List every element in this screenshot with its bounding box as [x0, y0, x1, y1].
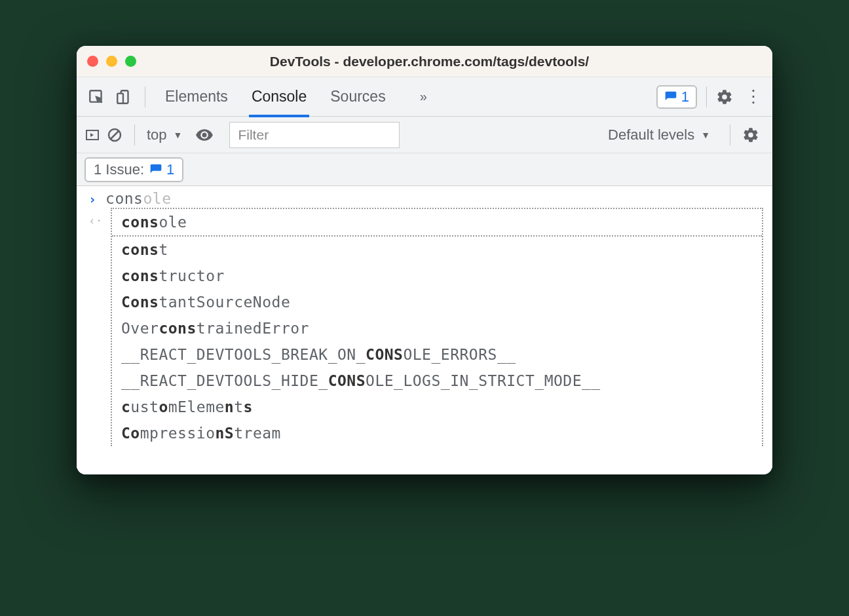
- tab-sources[interactable]: Sources: [328, 77, 388, 116]
- autocomplete-item[interactable]: ConstantSourceNode: [112, 289, 762, 315]
- prompt-icon: ›: [88, 191, 96, 207]
- issue-label: 1 Issue:: [94, 161, 144, 178]
- autocomplete-item[interactable]: CompressionStream: [112, 420, 762, 446]
- issue-pill[interactable]: 1 Issue: 1: [85, 157, 183, 182]
- autocomplete-item[interactable]: console: [112, 209, 762, 237]
- toggle-sidebar-icon[interactable]: [85, 127, 100, 143]
- autocomplete-item[interactable]: const: [112, 237, 762, 263]
- settings-icon[interactable]: [716, 88, 738, 106]
- issues-badge[interactable]: 1: [656, 85, 697, 109]
- context-selector[interactable]: top ▼: [147, 126, 182, 144]
- issues-row: 1 Issue: 1: [77, 153, 772, 186]
- panel-tabs: Elements Console Sources »: [162, 77, 427, 116]
- svg-rect-2: [117, 93, 123, 103]
- context-label: top: [147, 126, 167, 144]
- autocomplete-item[interactable]: __REACT_DEVTOOLS_HIDE_CONSOLE_LOGS_IN_ST…: [112, 368, 762, 394]
- main-toolbar: Elements Console Sources » 1 ⋮: [77, 77, 772, 117]
- console-toolbar: top ▼ Default levels ▼: [77, 117, 772, 153]
- console-input-text: console: [105, 190, 171, 207]
- autocomplete-item[interactable]: constructor: [112, 263, 762, 289]
- svg-line-5: [111, 131, 119, 139]
- issue-count: 1: [149, 161, 174, 178]
- live-expression-icon[interactable]: [195, 126, 214, 144]
- titlebar: DevTools - developer.chrome.com/tags/dev…: [77, 46, 772, 77]
- divider: [145, 87, 145, 107]
- tab-console[interactable]: Console: [249, 77, 309, 117]
- clear-console-icon[interactable]: [107, 127, 123, 143]
- log-levels-selector[interactable]: Default levels ▼: [608, 126, 710, 144]
- maximize-window-button[interactable]: [125, 56, 136, 67]
- autocomplete-item[interactable]: OverconstrainedError: [112, 315, 762, 341]
- chevron-down-icon: ▼: [174, 130, 183, 140]
- filter-input[interactable]: [229, 122, 400, 148]
- close-window-button[interactable]: [87, 56, 98, 67]
- chevron-down-icon: ▼: [701, 130, 710, 140]
- console-settings-icon[interactable]: [742, 126, 764, 144]
- tab-elements[interactable]: Elements: [162, 77, 231, 116]
- levels-label: Default levels: [608, 126, 694, 144]
- issues-count: 1: [681, 88, 689, 106]
- more-options-icon[interactable]: ⋮: [742, 87, 764, 107]
- console-body: › console ‹· consoleconstconstructorCons…: [77, 186, 772, 474]
- return-icon: ‹·: [88, 214, 103, 227]
- window-title: DevTools - developer.chrome.com/tags/dev…: [149, 54, 762, 69]
- divider: [730, 125, 730, 145]
- autocomplete-popup: consoleconstconstructorConstantSourceNod…: [111, 208, 763, 446]
- devtools-window: DevTools - developer.chrome.com/tags/dev…: [77, 46, 772, 474]
- divider: [706, 87, 707, 107]
- divider: [134, 125, 135, 145]
- device-toggle-icon[interactable]: [112, 85, 136, 109]
- inspect-element-icon[interactable]: [85, 85, 108, 109]
- autocomplete-item[interactable]: __REACT_DEVTOOLS_BREAK_ON_CONSOLE_ERRORS…: [112, 341, 762, 368]
- autocomplete-item[interactable]: customElements: [112, 394, 762, 420]
- minimize-window-button[interactable]: [106, 56, 117, 67]
- more-tabs-icon[interactable]: »: [420, 89, 427, 104]
- traffic-lights: [87, 56, 136, 67]
